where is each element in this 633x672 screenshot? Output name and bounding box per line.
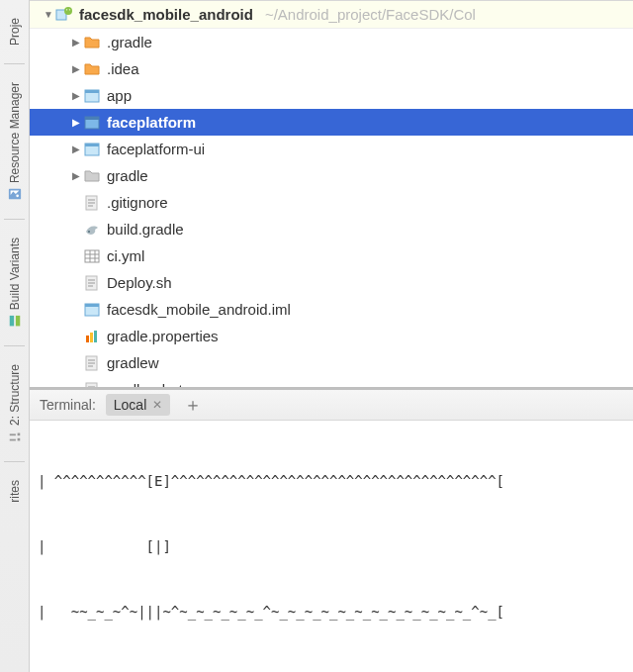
sidebar-tab-build-variants[interactable]: Build Variants xyxy=(8,238,22,328)
props-icon xyxy=(83,328,101,345)
tree-item[interactable]: ▶.idea xyxy=(30,55,633,82)
tree-item[interactable]: .gitignore xyxy=(30,189,633,216)
expand-arrow-icon[interactable]: ▶ xyxy=(69,144,83,154)
module-icon xyxy=(83,141,101,158)
terminal-line: | [|] xyxy=(38,535,625,557)
tree-item[interactable]: ci.yml xyxy=(30,242,633,269)
module-icon xyxy=(83,87,101,105)
gradle-icon xyxy=(83,221,101,239)
tree-item[interactable]: gradle.properties xyxy=(30,323,633,349)
terminal-line: | ^^^^^^^^^^^[E]^^^^^^^^^^^^^^^^^^^^^^^^… xyxy=(38,470,625,492)
module-icon xyxy=(83,114,101,132)
table-icon xyxy=(83,247,101,265)
folder-orange-icon xyxy=(83,34,101,51)
tree-item[interactable]: gradlew xyxy=(30,349,633,376)
project-root-row[interactable]: ▼ facesdk_mobile_android ~/Android_proje… xyxy=(30,1,633,29)
tree-item-label: gradle xyxy=(107,167,148,184)
sidebar-tab-favorites[interactable]: rites xyxy=(8,480,22,503)
svg-rect-3 xyxy=(9,316,13,327)
svg-rect-13 xyxy=(85,90,99,93)
tree-item[interactable]: facesdk_mobile_android.iml xyxy=(30,296,633,323)
tree-item-label: .idea xyxy=(107,60,139,77)
folder-orange-icon xyxy=(83,60,101,78)
tree-item[interactable]: ▶faceplatform xyxy=(30,109,633,136)
svg-rect-5 xyxy=(9,439,15,441)
image-icon xyxy=(8,187,22,201)
svg-rect-34 xyxy=(86,336,89,342)
file-text-icon xyxy=(83,194,101,212)
tree-item[interactable]: ▶app xyxy=(30,82,633,109)
file-text-icon xyxy=(83,381,101,388)
divider xyxy=(4,461,24,462)
project-tree[interactable]: ▼ facesdk_mobile_android ~/Android_proje… xyxy=(30,0,633,387)
iml-icon xyxy=(83,301,101,319)
terminal-title: Terminal: xyxy=(30,397,106,413)
svg-rect-15 xyxy=(85,117,99,120)
structure-icon xyxy=(8,430,22,443)
tree-item-label: .gradle xyxy=(107,34,152,50)
add-terminal-button[interactable]: ＋ xyxy=(178,393,208,417)
svg-rect-4 xyxy=(17,438,20,441)
divider xyxy=(4,219,24,220)
tree-item[interactable]: gradlew.bat xyxy=(30,376,633,387)
tree-item-label: gradlew xyxy=(107,354,159,371)
android-module-icon xyxy=(55,6,73,24)
file-text-icon xyxy=(83,274,101,292)
terminal-tab-local[interactable]: Local ✕ xyxy=(106,394,170,416)
expand-arrow-icon[interactable]: ▶ xyxy=(69,90,83,101)
terminal-line: | ~~_~_~^~|||~^~_~_~_~_~_^~_~_~_~_~_~_~_… xyxy=(38,601,625,623)
tree-item[interactable]: ▶gradle xyxy=(30,162,633,189)
svg-point-22 xyxy=(88,231,90,233)
svg-rect-33 xyxy=(85,304,99,307)
tree-item-label: gradlew.bat xyxy=(107,381,183,387)
variants-icon xyxy=(8,314,22,328)
svg-rect-36 xyxy=(94,331,97,342)
sidebar-tab-resource-manager[interactable]: Resource Manager xyxy=(8,82,22,201)
expand-arrow-icon[interactable]: ▶ xyxy=(69,117,83,128)
svg-point-11 xyxy=(69,9,70,10)
expand-arrow-icon[interactable]: ▶ xyxy=(69,37,83,48)
svg-rect-7 xyxy=(9,434,15,436)
tree-item-label: gradle.properties xyxy=(107,328,219,344)
svg-rect-35 xyxy=(90,333,93,342)
tree-item-label: build.gradle xyxy=(107,221,184,238)
expand-arrow-icon[interactable]: ▶ xyxy=(69,63,83,74)
tree-item[interactable]: build.gradle xyxy=(30,216,633,242)
tree-item[interactable]: ▶.gradle xyxy=(30,29,633,55)
svg-point-9 xyxy=(64,7,72,15)
project-root-path: ~/Android_project/FaceSDK/Col xyxy=(265,6,476,23)
folder-gray-icon xyxy=(83,167,101,185)
divider xyxy=(4,63,24,64)
tree-item-label: faceplatform xyxy=(107,114,196,131)
terminal-output[interactable]: | ^^^^^^^^^^^[E]^^^^^^^^^^^^^^^^^^^^^^^^… xyxy=(30,421,633,672)
svg-rect-23 xyxy=(85,250,99,262)
tree-item-label: facesdk_mobile_android.iml xyxy=(107,301,291,318)
sidebar-tab-project[interactable]: Proje xyxy=(8,18,22,46)
tool-window-bar: Proje Resource Manager Build Variants 2:… xyxy=(0,0,30,672)
sidebar-tab-structure[interactable]: 2: Structure xyxy=(8,364,22,443)
divider xyxy=(4,345,24,346)
terminal-tab-label: Local xyxy=(114,397,146,413)
main-panel: ▼ facesdk_mobile_android ~/Android_proje… xyxy=(30,0,633,672)
tree-item-label: Deploy.sh xyxy=(107,274,172,291)
tree-item[interactable]: ▶faceplatform-ui xyxy=(30,136,633,162)
tree-item-label: app xyxy=(107,87,132,104)
svg-rect-2 xyxy=(15,316,19,327)
terminal-tabs: Terminal: Local ✕ ＋ xyxy=(30,387,633,421)
project-root-name: facesdk_mobile_android xyxy=(79,6,253,23)
svg-rect-0 xyxy=(8,189,20,200)
tree-item-label: faceplatform-ui xyxy=(107,141,205,157)
expand-arrow-icon[interactable]: ▼ xyxy=(42,9,55,20)
expand-arrow-icon[interactable]: ▶ xyxy=(69,170,83,181)
tree-item-label: .gitignore xyxy=(107,194,168,211)
tree-item-label: ci.yml xyxy=(107,247,144,264)
svg-rect-6 xyxy=(17,433,20,436)
svg-rect-17 xyxy=(85,144,99,146)
svg-point-10 xyxy=(66,9,67,10)
file-text-icon xyxy=(83,354,101,372)
tree-item[interactable]: Deploy.sh xyxy=(30,269,633,296)
close-icon[interactable]: ✕ xyxy=(152,398,162,412)
